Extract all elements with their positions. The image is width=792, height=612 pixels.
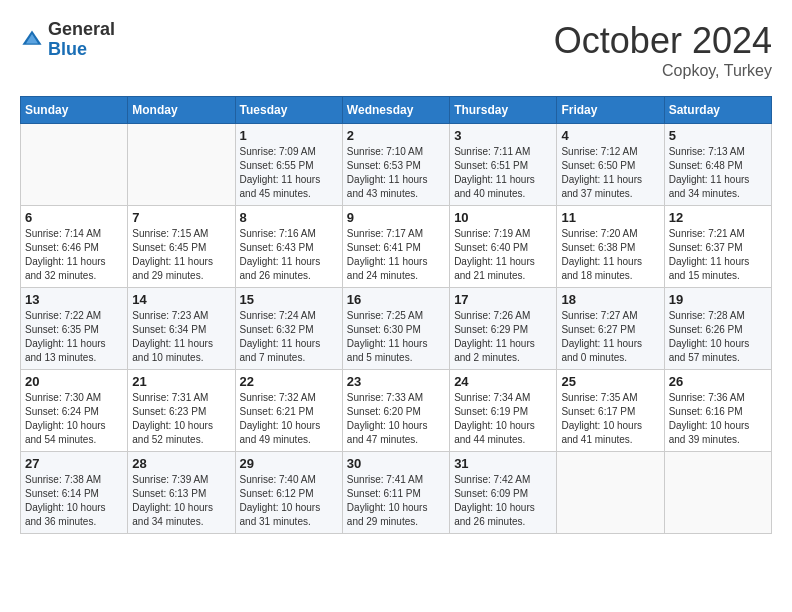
calendar-cell: 17Sunrise: 7:26 AM Sunset: 6:29 PM Dayli… [450, 288, 557, 370]
title-block: October 2024 Copkoy, Turkey [554, 20, 772, 80]
calendar-cell: 30Sunrise: 7:41 AM Sunset: 6:11 PM Dayli… [342, 452, 449, 534]
logo-blue: Blue [48, 40, 115, 60]
calendar-cell: 13Sunrise: 7:22 AM Sunset: 6:35 PM Dayli… [21, 288, 128, 370]
day-info: Sunrise: 7:33 AM Sunset: 6:20 PM Dayligh… [347, 391, 445, 447]
day-info: Sunrise: 7:13 AM Sunset: 6:48 PM Dayligh… [669, 145, 767, 201]
day-number: 11 [561, 210, 659, 225]
day-info: Sunrise: 7:28 AM Sunset: 6:26 PM Dayligh… [669, 309, 767, 365]
calendar-body: 1Sunrise: 7:09 AM Sunset: 6:55 PM Daylig… [21, 124, 772, 534]
day-info: Sunrise: 7:40 AM Sunset: 6:12 PM Dayligh… [240, 473, 338, 529]
week-row-3: 13Sunrise: 7:22 AM Sunset: 6:35 PM Dayli… [21, 288, 772, 370]
calendar-cell: 6Sunrise: 7:14 AM Sunset: 6:46 PM Daylig… [21, 206, 128, 288]
day-info: Sunrise: 7:23 AM Sunset: 6:34 PM Dayligh… [132, 309, 230, 365]
day-number: 13 [25, 292, 123, 307]
calendar-cell: 2Sunrise: 7:10 AM Sunset: 6:53 PM Daylig… [342, 124, 449, 206]
calendar-cell [557, 452, 664, 534]
calendar-cell: 31Sunrise: 7:42 AM Sunset: 6:09 PM Dayli… [450, 452, 557, 534]
location-subtitle: Copkoy, Turkey [554, 62, 772, 80]
calendar-table: SundayMondayTuesdayWednesdayThursdayFrid… [20, 96, 772, 534]
header-day-sunday: Sunday [21, 97, 128, 124]
calendar-cell: 9Sunrise: 7:17 AM Sunset: 6:41 PM Daylig… [342, 206, 449, 288]
day-info: Sunrise: 7:20 AM Sunset: 6:38 PM Dayligh… [561, 227, 659, 283]
day-info: Sunrise: 7:09 AM Sunset: 6:55 PM Dayligh… [240, 145, 338, 201]
calendar-cell: 8Sunrise: 7:16 AM Sunset: 6:43 PM Daylig… [235, 206, 342, 288]
day-number: 10 [454, 210, 552, 225]
day-number: 9 [347, 210, 445, 225]
calendar-cell: 25Sunrise: 7:35 AM Sunset: 6:17 PM Dayli… [557, 370, 664, 452]
day-info: Sunrise: 7:25 AM Sunset: 6:30 PM Dayligh… [347, 309, 445, 365]
day-number: 25 [561, 374, 659, 389]
day-number: 15 [240, 292, 338, 307]
header-day-tuesday: Tuesday [235, 97, 342, 124]
day-number: 2 [347, 128, 445, 143]
calendar-cell: 19Sunrise: 7:28 AM Sunset: 6:26 PM Dayli… [664, 288, 771, 370]
day-number: 5 [669, 128, 767, 143]
week-row-2: 6Sunrise: 7:14 AM Sunset: 6:46 PM Daylig… [21, 206, 772, 288]
day-info: Sunrise: 7:34 AM Sunset: 6:19 PM Dayligh… [454, 391, 552, 447]
week-row-5: 27Sunrise: 7:38 AM Sunset: 6:14 PM Dayli… [21, 452, 772, 534]
day-info: Sunrise: 7:38 AM Sunset: 6:14 PM Dayligh… [25, 473, 123, 529]
day-info: Sunrise: 7:31 AM Sunset: 6:23 PM Dayligh… [132, 391, 230, 447]
day-info: Sunrise: 7:12 AM Sunset: 6:50 PM Dayligh… [561, 145, 659, 201]
day-info: Sunrise: 7:19 AM Sunset: 6:40 PM Dayligh… [454, 227, 552, 283]
day-number: 18 [561, 292, 659, 307]
day-number: 3 [454, 128, 552, 143]
day-number: 20 [25, 374, 123, 389]
day-info: Sunrise: 7:21 AM Sunset: 6:37 PM Dayligh… [669, 227, 767, 283]
day-number: 1 [240, 128, 338, 143]
calendar-cell: 27Sunrise: 7:38 AM Sunset: 6:14 PM Dayli… [21, 452, 128, 534]
header-day-monday: Monday [128, 97, 235, 124]
calendar-cell [21, 124, 128, 206]
calendar-cell: 26Sunrise: 7:36 AM Sunset: 6:16 PM Dayli… [664, 370, 771, 452]
calendar-cell: 15Sunrise: 7:24 AM Sunset: 6:32 PM Dayli… [235, 288, 342, 370]
day-info: Sunrise: 7:26 AM Sunset: 6:29 PM Dayligh… [454, 309, 552, 365]
page-header: General Blue October 2024 Copkoy, Turkey [20, 20, 772, 80]
calendar-cell: 21Sunrise: 7:31 AM Sunset: 6:23 PM Dayli… [128, 370, 235, 452]
day-info: Sunrise: 7:16 AM Sunset: 6:43 PM Dayligh… [240, 227, 338, 283]
calendar-cell: 1Sunrise: 7:09 AM Sunset: 6:55 PM Daylig… [235, 124, 342, 206]
week-row-4: 20Sunrise: 7:30 AM Sunset: 6:24 PM Dayli… [21, 370, 772, 452]
day-info: Sunrise: 7:22 AM Sunset: 6:35 PM Dayligh… [25, 309, 123, 365]
calendar-cell: 7Sunrise: 7:15 AM Sunset: 6:45 PM Daylig… [128, 206, 235, 288]
day-info: Sunrise: 7:11 AM Sunset: 6:51 PM Dayligh… [454, 145, 552, 201]
calendar-cell: 29Sunrise: 7:40 AM Sunset: 6:12 PM Dayli… [235, 452, 342, 534]
day-info: Sunrise: 7:14 AM Sunset: 6:46 PM Dayligh… [25, 227, 123, 283]
day-number: 7 [132, 210, 230, 225]
calendar-cell: 28Sunrise: 7:39 AM Sunset: 6:13 PM Dayli… [128, 452, 235, 534]
day-number: 24 [454, 374, 552, 389]
day-number: 30 [347, 456, 445, 471]
header-row: SundayMondayTuesdayWednesdayThursdayFrid… [21, 97, 772, 124]
day-info: Sunrise: 7:10 AM Sunset: 6:53 PM Dayligh… [347, 145, 445, 201]
day-info: Sunrise: 7:42 AM Sunset: 6:09 PM Dayligh… [454, 473, 552, 529]
calendar-cell: 24Sunrise: 7:34 AM Sunset: 6:19 PM Dayli… [450, 370, 557, 452]
calendar-cell: 10Sunrise: 7:19 AM Sunset: 6:40 PM Dayli… [450, 206, 557, 288]
day-number: 26 [669, 374, 767, 389]
calendar-cell [128, 124, 235, 206]
calendar-cell: 11Sunrise: 7:20 AM Sunset: 6:38 PM Dayli… [557, 206, 664, 288]
calendar-cell: 22Sunrise: 7:32 AM Sunset: 6:21 PM Dayli… [235, 370, 342, 452]
day-number: 14 [132, 292, 230, 307]
header-day-friday: Friday [557, 97, 664, 124]
calendar-cell [664, 452, 771, 534]
logo: General Blue [20, 20, 115, 60]
day-number: 16 [347, 292, 445, 307]
day-number: 12 [669, 210, 767, 225]
day-info: Sunrise: 7:17 AM Sunset: 6:41 PM Dayligh… [347, 227, 445, 283]
logo-general: General [48, 20, 115, 40]
calendar-cell: 23Sunrise: 7:33 AM Sunset: 6:20 PM Dayli… [342, 370, 449, 452]
header-day-wednesday: Wednesday [342, 97, 449, 124]
day-number: 22 [240, 374, 338, 389]
day-number: 27 [25, 456, 123, 471]
day-info: Sunrise: 7:15 AM Sunset: 6:45 PM Dayligh… [132, 227, 230, 283]
day-number: 8 [240, 210, 338, 225]
logo-icon [20, 28, 44, 52]
day-number: 21 [132, 374, 230, 389]
calendar-cell: 14Sunrise: 7:23 AM Sunset: 6:34 PM Dayli… [128, 288, 235, 370]
day-number: 17 [454, 292, 552, 307]
day-number: 6 [25, 210, 123, 225]
day-number: 23 [347, 374, 445, 389]
header-day-thursday: Thursday [450, 97, 557, 124]
calendar-cell: 20Sunrise: 7:30 AM Sunset: 6:24 PM Dayli… [21, 370, 128, 452]
calendar-cell: 16Sunrise: 7:25 AM Sunset: 6:30 PM Dayli… [342, 288, 449, 370]
day-info: Sunrise: 7:35 AM Sunset: 6:17 PM Dayligh… [561, 391, 659, 447]
